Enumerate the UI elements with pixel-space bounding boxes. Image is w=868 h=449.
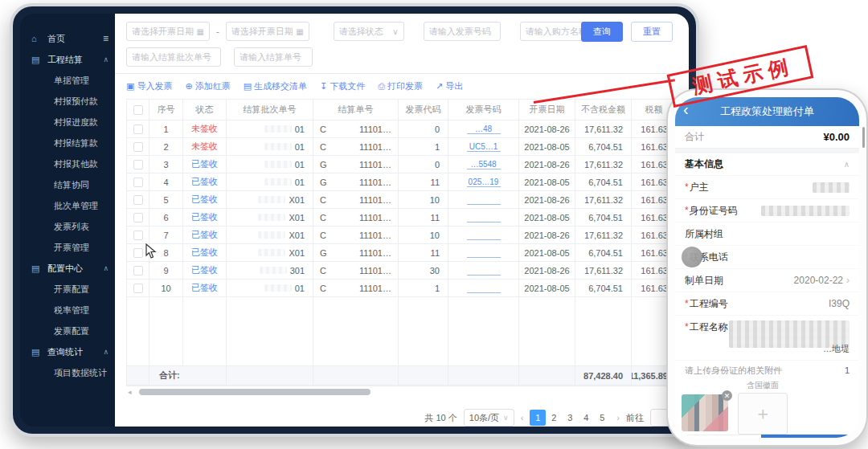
sidebar-item-home[interactable]: ⌂ 首页 ≡ [20,28,115,49]
sidebar-item[interactable]: 单据管理 [20,70,115,91]
field-value: 2020-02-22› [794,275,850,286]
invoice-no-link[interactable] [467,284,501,293]
sidebar-item[interactable]: 发票配置 [20,320,115,341]
sidebar-item[interactable]: 村报结算款 [20,133,115,153]
settle-no-input[interactable]: 请输入结算单号 [234,47,313,67]
invoice-no-cell: 025…19 [448,173,519,191]
invoice-no-link[interactable] [467,195,501,205]
page-3[interactable]: 3 [562,410,578,426]
invoice-no-cell [448,244,519,262]
settle-no-cell: C11101… [313,138,399,156]
batch-no-value: 01 [295,142,305,152]
scroll-left-arrow-icon[interactable]: ◂ [128,388,132,396]
invoice-no-link[interactable] [467,231,501,240]
status-badge: 已签收 [191,158,218,170]
redacted-text [264,161,292,168]
sidebar-group-0[interactable]: ▤工程结算∧ [20,49,115,70]
status-cell: 未签收 [183,120,227,138]
prev-page-icon[interactable]: ‹ [521,413,524,422]
sidebar-group-1[interactable]: ▤配置中心∧ [20,258,115,279]
sidebar-item[interactable]: 批次单管理 [20,195,115,216]
row-checkbox[interactable] [133,142,143,152]
add-photo-button[interactable]: ＋ [738,393,788,435]
page-4[interactable]: 4 [578,410,594,426]
row-checkbox[interactable] [133,231,143,240]
sidebar-item[interactable]: 项目数据统计 [20,362,115,383]
blur-mask-circle [682,247,702,267]
row-checkbox[interactable] [133,266,143,276]
page-size-select[interactable]: 10条/页 ∨ [464,409,514,427]
sidebar-item[interactable]: 村报进度款 [20,112,115,133]
sidebar-item[interactable]: 开票配置 [20,279,115,300]
toolbar-generate-list[interactable]: ▤生成移交清单 [244,80,307,92]
reset-button[interactable]: 重置 [631,22,673,42]
start-date-input[interactable]: 请选择开票日期 ▦ [126,22,210,41]
toolbar-export[interactable]: ↗导出 [436,80,463,92]
page-2[interactable]: 2 [546,410,562,426]
toolbar-label: 导出 [445,80,463,92]
column-header: 结算批次单号 [227,100,313,120]
field-联系电话: *联系电话 [675,246,859,269]
invoice-date-cell: 2021-08-05 [519,173,575,191]
page-5[interactable]: 5 [594,410,610,426]
save-draft-button[interactable]: 暂存 [675,435,761,438]
sidebar-group-label: 配置中心 [47,263,83,275]
toolbar-download-file[interactable]: ↧下载文件 [320,80,365,92]
invoice-no-link[interactable]: …48 [467,124,501,134]
invoice-no-link[interactable]: UC5…1 [467,142,501,152]
sidebar-item[interactable]: 村报预付款 [20,91,115,112]
empty-cell [227,297,313,366]
end-date-input[interactable]: 请选择开票日期 ▦ [226,22,309,41]
settle-no-prefix: G [320,178,327,187]
main-content: 请选择开票日期 ▦ - 请选择开票日期 ▦ 请选择状态 ∨ 请输入发票号码 [115,14,689,427]
remove-photo-icon[interactable]: ✕ [722,390,732,401]
toolbar-add-red-invoice[interactable]: ⊕添加红票 [185,80,230,92]
next-page-icon[interactable]: › [616,413,620,422]
page-1[interactable]: 1 [530,410,546,426]
field-所属村组: 所属村组 [675,222,859,246]
invoice-no-link[interactable] [467,266,501,276]
row-checkbox[interactable] [133,248,143,258]
select-all-checkbox[interactable] [133,105,143,115]
invoice-no-link[interactable]: …5548 [467,160,501,169]
status-cell: 已签收 [183,191,227,209]
batch-no-input[interactable]: 请输入结算批次单号 [126,47,221,67]
sidebar-item[interactable]: 结算协同 [20,174,115,195]
empty-cell [127,297,149,366]
horizontal-scrollbar-thumb[interactable] [139,389,371,395]
batch-no-cell: 01 [227,156,313,173]
invoice-no-link[interactable]: 025…19 [467,178,501,187]
row-checkbox[interactable] [133,195,143,205]
page: { "stamp": { "text": "测试示例" }, "sidebar"… [0,0,868,449]
sidebar-item[interactable]: 税率管理 [20,300,115,320]
basic-info-section[interactable]: 基本信息 ∧ [675,153,859,176]
row-checkbox[interactable] [133,178,143,187]
invoice-no-link[interactable] [467,248,501,258]
field-value [761,206,850,216]
row-checkbox[interactable] [133,124,143,134]
submit-button[interactable]: 提交 [761,435,859,438]
sidebar-item[interactable]: 开票管理 [20,237,115,258]
row-select-cell [127,173,149,191]
invoice-no-placeholder: 请输入发票号码 [429,26,495,38]
toolbar-print-invoice[interactable]: ⎙打印发票 [378,80,423,92]
row-checkbox[interactable] [133,213,143,222]
collapse-sidebar-icon[interactable]: ≡ [103,33,108,44]
row-checkbox[interactable] [133,160,143,169]
status-select[interactable]: 请选择状态 ∨ [334,22,404,41]
row-index-cell: 2 [149,138,183,156]
row-checkbox[interactable] [133,284,143,293]
invoice-no-input[interactable]: 请输入发票号码 [424,22,501,41]
row-index-cell: 8 [149,244,183,262]
field-身份证号码: *身份证号码 [675,199,859,222]
chevron-up-icon: ∧ [103,348,108,356]
settle-no-value: 11101… [359,195,391,205]
id-card-photo[interactable]: ✕ [682,394,728,431]
toolbar-import-invoice[interactable]: ▣导入发票 [126,80,172,92]
search-button[interactable]: 查询 [581,22,623,42]
invoice-no-link[interactable] [467,213,501,222]
sidebar-item[interactable]: 发票列表 [20,216,115,237]
sidebar-item[interactable]: 村报其他款 [20,153,115,174]
table-summary-row: 合计:87,428.4011,365.89 [127,366,678,386]
sidebar-group-2[interactable]: ▤查询统计∧ [20,341,115,362]
